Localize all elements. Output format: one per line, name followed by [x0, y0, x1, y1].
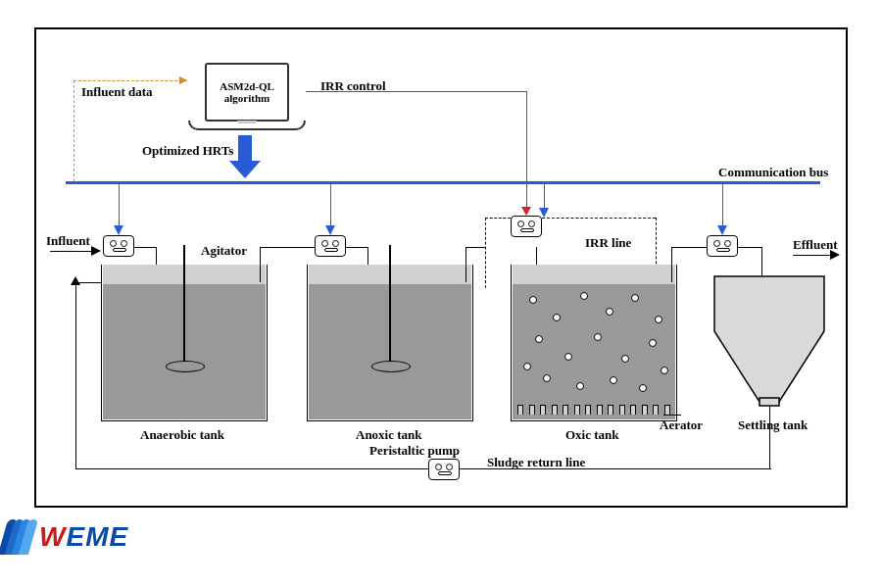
logo-waves-icon [6, 519, 33, 555]
svg-rect-1 [760, 398, 779, 406]
aerator-label: Aerator [660, 417, 703, 433]
sludge-arrowhead-up [71, 276, 80, 285]
pipe-t3-out-v [671, 247, 672, 282]
tank3-fill [513, 284, 675, 419]
logo-text: WEME [39, 521, 128, 553]
pipe-t1-out-h [260, 247, 315, 248]
irr-line-h1 [485, 218, 511, 219]
oxic-tank-label: Oxic tank [565, 427, 619, 443]
anoxic-tank-label: Anoxic tank [356, 427, 422, 443]
svg-marker-0 [714, 276, 824, 402]
sludge-v1 [769, 406, 770, 468]
communication-bus-label: Communication bus [718, 165, 828, 180]
pipe-into-tank2-h [346, 247, 368, 248]
anaerobic-tank-label: Anaerobic tank [140, 427, 224, 443]
optimized-hrts-label: Optimized HRTs [142, 143, 233, 159]
irr-control-arrowhead [521, 207, 531, 216]
effluent-label: Effluent [793, 237, 838, 253]
sludge-return-label: Sludge return line [487, 455, 585, 470]
oxic-tank [511, 265, 677, 421]
influent-data-label: Influent data [81, 84, 153, 100]
sludge-v2 [75, 282, 76, 468]
influent-line [50, 251, 93, 252]
influent-data-line-v [74, 80, 74, 181]
peristaltic-pump-label: Peristaltic pump [369, 443, 460, 459]
pump-anoxic-in [315, 235, 346, 257]
anoxic-tank [307, 265, 473, 421]
influent-data-line-h [74, 80, 187, 81]
pump-anaerobic-in [103, 235, 134, 257]
tank2-agitator [389, 245, 391, 372]
pump-settler-in [707, 235, 738, 257]
controller-screen: ASM2d-QL algorithm [205, 63, 289, 122]
irr-line-v1 [485, 218, 486, 288]
optimized-hrts-arrow [238, 135, 252, 163]
influent-arrowhead [91, 246, 101, 256]
bus-drop-2-arrow [325, 225, 335, 235]
tank3-surface [513, 265, 675, 284]
weme-logo: WEME [6, 519, 128, 555]
bus-drop-2 [330, 184, 331, 227]
settling-tank-label: Settling tank [738, 417, 808, 433]
influent-data-arrowhead [179, 76, 187, 84]
irr-line-label: IRR line [585, 235, 631, 251]
pipe-t2-out-v [466, 247, 466, 282]
bus-drop-4-arrow [717, 225, 727, 235]
irr-control-line-v [526, 91, 527, 209]
anaerobic-tank [101, 265, 268, 421]
pipe-into-tank1-h [134, 247, 156, 248]
aerator-row [517, 405, 670, 416]
sludge-h-left [75, 468, 428, 469]
aerator-pointer [663, 415, 681, 416]
agitator-label: Agitator [201, 243, 247, 259]
pipe-t3-out-h [671, 247, 707, 248]
bus-drop-1 [119, 184, 120, 227]
irr-line-h2 [542, 218, 656, 219]
bus-drop-3 [544, 184, 545, 210]
pipe-into-settler-h [738, 247, 761, 248]
bus-drop-4 [722, 184, 723, 227]
tank1-agitator [183, 245, 185, 372]
peristaltic-pump [428, 459, 460, 480]
sludge-into-tank1 [75, 282, 101, 283]
irr-control-label: IRR control [320, 78, 386, 94]
laptop-base [188, 121, 306, 130]
bus-drop-1-arrow [114, 225, 123, 235]
pipe-t2-out-h [466, 247, 485, 248]
pipe-t1-out-v [260, 247, 261, 282]
pump-irr [511, 216, 542, 237]
influent-label: Influent [46, 233, 90, 249]
effluent-line [793, 255, 832, 256]
diagram-frame: ASM2d-QL algorithm Influent data IRR con… [34, 27, 848, 508]
controller-laptop: ASM2d-QL algorithm [188, 63, 306, 130]
communication-bus-line [66, 181, 820, 184]
controller-algorithm-label: ASM2d-QL algorithm [211, 80, 283, 104]
settling-tank [710, 272, 828, 410]
